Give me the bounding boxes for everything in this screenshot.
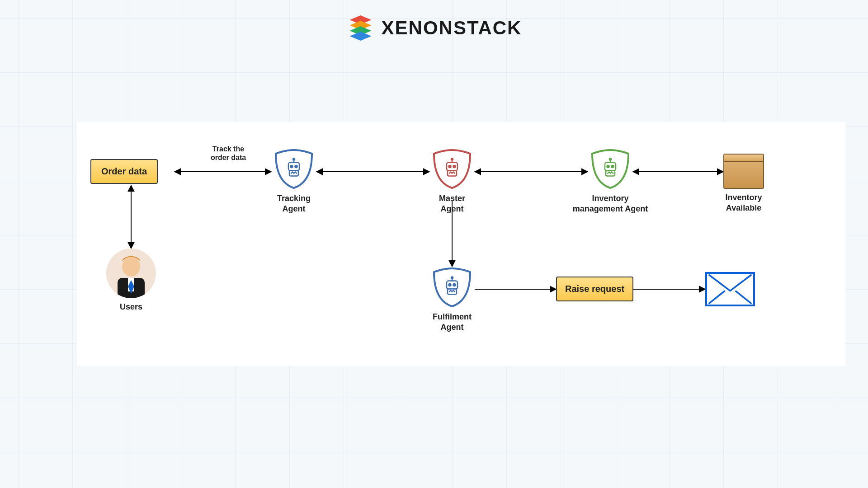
edge-label-track-order: Track the order data bbox=[194, 145, 262, 162]
node-fulfilment-agent: Fulfilment Agent bbox=[429, 267, 475, 332]
shield-icon bbox=[588, 148, 633, 190]
node-raise-request: Raise request bbox=[556, 277, 633, 301]
node-users: Users bbox=[106, 249, 156, 312]
svg-point-20 bbox=[453, 165, 456, 168]
raise-request-box: Raise request bbox=[556, 277, 633, 301]
user-avatar-icon bbox=[106, 249, 156, 298]
svg-point-14 bbox=[295, 165, 297, 168]
brand-name: XENONSTACK bbox=[382, 17, 522, 39]
svg-line-41 bbox=[736, 291, 752, 304]
inventory-mgmt-label: Inventory management Agent bbox=[565, 193, 656, 214]
svg-point-38 bbox=[451, 277, 453, 279]
node-envelope bbox=[705, 272, 755, 306]
diagram-panel: Order data Track the order data Tracki bbox=[77, 122, 845, 366]
svg-marker-3 bbox=[350, 32, 372, 41]
robot-icon bbox=[283, 157, 305, 179]
order-data-box: Order data bbox=[90, 159, 158, 184]
node-inventory-mgmt-agent: Inventory management Agent bbox=[588, 148, 656, 214]
svg-point-13 bbox=[291, 165, 293, 168]
robot-icon bbox=[441, 276, 463, 297]
svg-point-30 bbox=[122, 257, 140, 277]
logo-mark-icon bbox=[346, 14, 375, 42]
svg-point-28 bbox=[609, 159, 611, 160]
node-inventory-available: Inventory Available bbox=[723, 154, 764, 213]
svg-point-25 bbox=[607, 165, 609, 168]
tracking-agent-label: Tracking Agent bbox=[271, 193, 316, 214]
svg-line-40 bbox=[709, 291, 725, 304]
crate-icon bbox=[723, 154, 764, 189]
svg-point-36 bbox=[453, 284, 456, 286]
master-agent-label: Master Agent bbox=[429, 193, 475, 214]
shield-icon bbox=[429, 267, 475, 308]
node-master-agent: Master Agent bbox=[429, 148, 475, 214]
svg-point-26 bbox=[612, 165, 614, 168]
robot-icon bbox=[441, 157, 463, 179]
svg-point-19 bbox=[449, 165, 451, 168]
robot-icon bbox=[599, 157, 621, 179]
shield-icon bbox=[429, 148, 475, 190]
svg-point-16 bbox=[293, 159, 295, 160]
shield-icon bbox=[271, 148, 316, 190]
fulfilment-agent-label: Fulfilment Agent bbox=[429, 312, 475, 332]
envelope-icon bbox=[705, 272, 755, 306]
node-tracking-agent: Tracking Agent bbox=[271, 148, 316, 214]
users-label: Users bbox=[106, 302, 156, 312]
svg-point-35 bbox=[449, 284, 451, 286]
brand-logo: XENONSTACK bbox=[346, 14, 522, 42]
inventory-available-label: Inventory Available bbox=[723, 192, 764, 213]
node-order-data: Order data bbox=[90, 159, 158, 184]
svg-point-22 bbox=[451, 159, 453, 160]
